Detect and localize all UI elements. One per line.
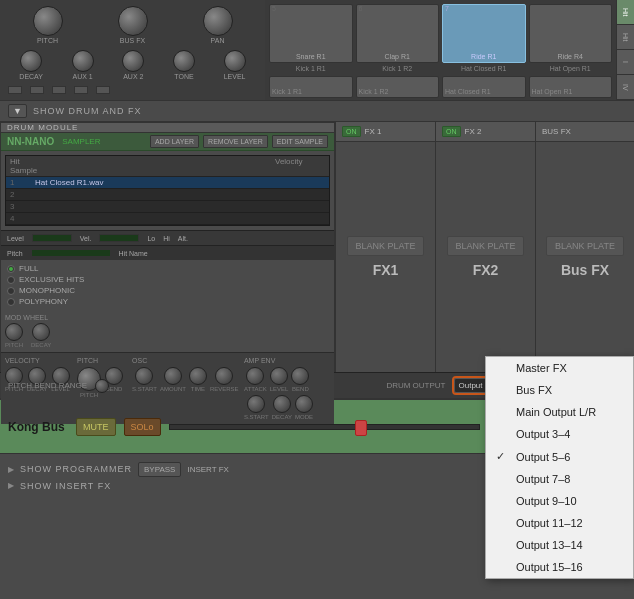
option-mono[interactable]: MONOPHONIC — [7, 286, 328, 295]
vel-track[interactable] — [99, 234, 139, 242]
level-track[interactable] — [32, 234, 72, 242]
dropdown-label-bus-fx: Bus FX — [516, 384, 552, 396]
drum-output-label: DRUM OUTPUT — [386, 381, 445, 390]
add-layer-btn[interactable]: ADD LAYER — [150, 135, 199, 148]
bus-fx-title: BUS FX — [542, 127, 571, 136]
right-tab-3[interactable]: I — [617, 50, 634, 75]
fx1-on-btn[interactable]: ON — [342, 126, 361, 137]
fx2-on-btn[interactable]: ON — [442, 126, 461, 137]
osc-sstart-knob[interactable] — [135, 367, 153, 385]
edit-sample-btn[interactable]: EDIT SAMPLE — [272, 135, 328, 148]
amp-attack-knob[interactable] — [246, 367, 264, 385]
pad-8[interactable]: Ride R4 — [529, 4, 613, 63]
amp-mode-knob[interactable] — [295, 395, 313, 413]
option-full[interactable]: FULL — [7, 264, 328, 273]
vel-controls: Level Vel. Lo Hi Alt. — [1, 230, 334, 245]
pitch-track[interactable] — [31, 249, 111, 257]
left-controls: PITCH BUS FX PAN DECAY AUX 1 AUX 2 — [0, 0, 265, 100]
pad-label-1: Kick 1 R1 — [269, 65, 353, 72]
dropdown-item-output-1112[interactable]: Output 11–12 — [486, 512, 633, 534]
dropdown-label-output-910: Output 9–10 — [516, 495, 577, 507]
pad-5[interactable]: 5 Snare R1 — [269, 4, 353, 63]
mod-decay-label: DECAY — [31, 342, 51, 348]
pitch-bend-label: PITCH BEND RANGE — [8, 381, 87, 390]
osc-amount-knob[interactable] — [164, 367, 182, 385]
dropdown-item-output-910[interactable]: Output 9–10 — [486, 490, 633, 512]
osc-time-knob[interactable] — [189, 367, 207, 385]
drum-module-header: DRUM MODULE — [1, 123, 334, 133]
dropdown-item-output-56[interactable]: ✓ Output 5–6 — [486, 445, 633, 468]
mod-pitch-label: PITCH — [5, 342, 23, 348]
dropdown-item-main-lr[interactable]: Main Output L/R — [486, 401, 633, 423]
radio-exclusive[interactable] — [7, 276, 15, 284]
amp-bend-knob[interactable] — [291, 367, 309, 385]
aux1-knob[interactable] — [72, 50, 94, 72]
sample-list: Hit Sample Velocity 1 Hat Closed R1.wav … — [5, 155, 330, 226]
dropdown-label-output-1112: Output 11–12 — [516, 517, 583, 529]
radio-mono[interactable] — [7, 287, 15, 295]
sample-row-3[interactable]: 3 — [6, 201, 329, 213]
fx2-name: FX2 — [473, 262, 499, 278]
pitch-title: PITCH — [77, 357, 122, 364]
fader-thumb[interactable] — [355, 420, 367, 436]
dropdown-item-output-1314[interactable]: Output 13–14 — [486, 534, 633, 556]
amp-sstart-knob[interactable] — [247, 395, 265, 413]
sample-row-2[interactable]: 2 — [6, 189, 329, 201]
option-full-label: FULL — [19, 264, 39, 273]
mute-button[interactable]: MUTE — [76, 418, 116, 436]
kong-bus-label: Kong Bus — [8, 420, 68, 434]
right-tab-1[interactable]: Hit — [617, 0, 634, 25]
sample-row-1[interactable]: 1 Hat Closed R1.wav — [6, 177, 329, 189]
bypass-button[interactable]: BYPASS — [138, 462, 181, 477]
bus-fx-knob[interactable] — [118, 6, 148, 36]
pitch-label: PITCH — [37, 37, 58, 44]
amp-level-knob[interactable] — [270, 367, 288, 385]
dropdown-item-output-1516[interactable]: Output 15–16 — [486, 556, 633, 578]
radio-full[interactable] — [7, 265, 15, 273]
sampler-type: SAMPLER — [62, 137, 100, 146]
tone-knob[interactable] — [173, 50, 195, 72]
aux2-knob[interactable] — [122, 50, 144, 72]
dropdown-item-output-78[interactable]: Output 7–8 — [486, 468, 633, 490]
option-exclusive-label: EXCLUSIVE HITS — [19, 275, 84, 284]
level-knob[interactable] — [224, 50, 246, 72]
sample-name-3 — [35, 202, 325, 211]
osc-reverse-knob[interactable] — [215, 367, 233, 385]
drum-pads-area: 5 Snare R1 6 Clap R1 7 Ride R1 Ride R4 K… — [265, 0, 616, 100]
decay-knob[interactable] — [20, 50, 42, 72]
insert-fx-label: INSERT FX — [187, 465, 229, 474]
solo-button[interactable]: SOLo — [124, 418, 161, 436]
pitch-bend-knob[interactable] — [95, 379, 109, 393]
remove-layer-btn[interactable]: REMOVE LAYER — [203, 135, 268, 148]
dropdown-item-bus-fx[interactable]: Bus FX — [486, 379, 633, 401]
check-none-7 — [496, 517, 510, 529]
pads-top-row: 5 Snare R1 6 Clap R1 7 Ride R1 Ride R4 — [265, 0, 616, 65]
mod-pitch-knob[interactable] — [5, 323, 23, 341]
right-tab-4[interactable]: IV — [617, 75, 634, 100]
right-tab-2[interactable]: Hit — [617, 25, 634, 50]
fader-track[interactable] — [169, 424, 480, 430]
pan-label: PAN — [211, 37, 225, 44]
option-exclusive[interactable]: EXCLUSIVE HITS — [7, 275, 328, 284]
sample-row-4[interactable]: 4 — [6, 213, 329, 225]
pitch-knob[interactable] — [33, 6, 63, 36]
amp-decay-knob[interactable] — [273, 395, 291, 413]
mod-decay-knob[interactable] — [32, 323, 50, 341]
fx1-title: FX 1 — [365, 127, 382, 136]
dropdown-arrow-icon: ▼ — [13, 106, 22, 116]
dropdown-item-output-34[interactable]: Output 3–4 — [486, 423, 633, 445]
check-56: ✓ — [496, 450, 510, 463]
show-insert-fx-label[interactable]: SHOW INSERT FX — [20, 481, 111, 491]
pan-knob-header[interactable] — [203, 6, 233, 36]
radio-poly[interactable] — [7, 298, 15, 306]
dropdown-item-master-fx[interactable]: Master FX — [486, 357, 633, 379]
fx2-header: ON FX 2 — [436, 122, 535, 142]
pad-7[interactable]: 7 Ride R1 — [442, 4, 526, 63]
fx-module-area: DRUM MODULE NN-NANO SAMPLER ADD LAYER RE… — [0, 122, 634, 372]
option-poly[interactable]: POLYPHONY — [7, 297, 328, 306]
show-drum-dropdown[interactable]: ▼ — [8, 104, 27, 118]
lo-label: Lo — [147, 235, 155, 242]
show-programmer-label[interactable]: SHOW PROGRAMMER — [20, 464, 132, 474]
pad-6[interactable]: 6 Clap R1 — [356, 4, 440, 63]
tone-knob-group: TONE — [173, 50, 195, 80]
